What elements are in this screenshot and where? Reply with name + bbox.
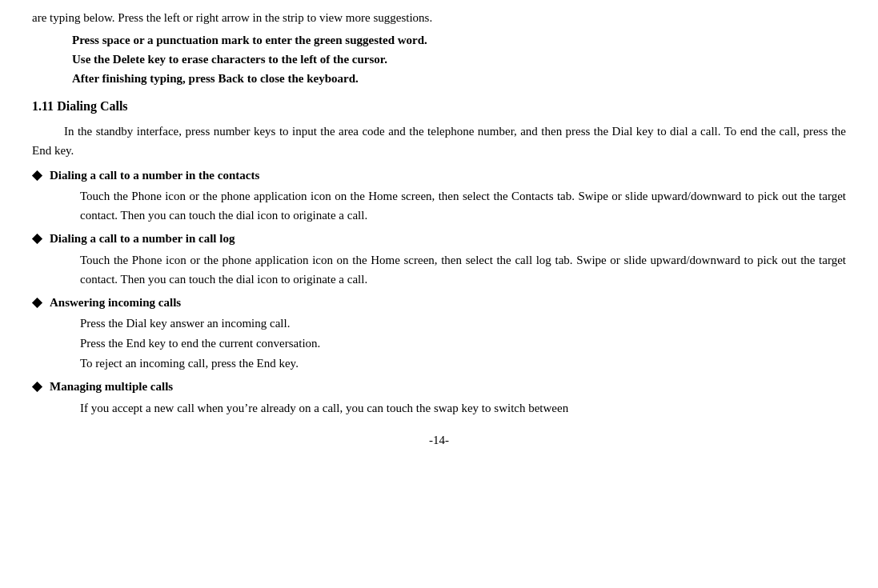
bullet-answering-label: Answering incoming calls — [50, 293, 181, 312]
diamond-icon-contacts: ◆ — [32, 165, 42, 186]
page-number: -14- — [32, 430, 846, 450]
bullet-managing-body: If you accept a new call when you’re alr… — [32, 398, 846, 418]
bullet-calllog-body: Touch the Phone icon or the phone applic… — [32, 250, 846, 289]
bullet-managing-label: Managing multiple calls — [50, 377, 173, 396]
section-1-11-heading: 1.11 Dialing Calls — [32, 96, 846, 117]
bullet-contacts-label: Dialing a call to a number in the contac… — [50, 166, 259, 185]
intro-line3: Use the Delete key to erase characters t… — [32, 50, 846, 69]
bullet-contacts-body: Touch the Phone icon or the phone applic… — [32, 186, 846, 225]
intro-line1: are typing below. Press the left or righ… — [32, 8, 846, 27]
bullet-contacts-heading: ◆ Dialing a call to a number in the cont… — [32, 165, 846, 186]
diamond-icon-managing: ◆ — [32, 376, 42, 397]
section-title: Dialing Calls — [57, 99, 127, 113]
answering-details: Press the Dial key answer an incoming ca… — [32, 314, 846, 373]
answering-line1: Press the Dial key answer an incoming ca… — [80, 314, 846, 333]
answering-line3: To reject an incoming call, press the En… — [80, 354, 846, 373]
bullet-answering-section: ◆ Answering incoming calls Press the Dia… — [32, 292, 846, 374]
bullet-managing-heading: ◆ Managing multiple calls — [32, 376, 846, 397]
section-number: 1.11 — [32, 99, 54, 113]
diamond-icon-answering: ◆ — [32, 292, 42, 313]
bullet-calllog-section: ◆ Dialing a call to a number in call log… — [32, 228, 846, 289]
bullet-managing-section: ◆ Managing multiple calls If you accept … — [32, 376, 846, 418]
answering-line2: Press the End key to end the current con… — [80, 334, 846, 353]
bullet-contacts-section: ◆ Dialing a call to a number in the cont… — [32, 165, 846, 226]
diamond-icon-calllog: ◆ — [32, 228, 42, 249]
bullet-calllog-label: Dialing a call to a number in call log — [50, 229, 235, 248]
bullet-answering-heading: ◆ Answering incoming calls — [32, 292, 846, 313]
section-1-11-body: In the standby interface, press number k… — [32, 122, 846, 160]
intro-line2: Press space or a punctuation mark to ent… — [32, 30, 846, 50]
bullet-calllog-heading: ◆ Dialing a call to a number in call log — [32, 228, 846, 249]
intro-line4: After finishing typing, press Back to cl… — [32, 69, 846, 88]
